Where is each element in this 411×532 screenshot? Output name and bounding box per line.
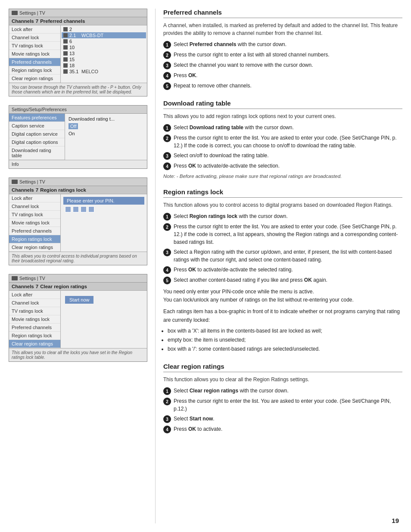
subheader-title-4: Clear region ratings — [40, 284, 87, 289]
channel-icon-7 — [63, 63, 68, 68]
channel-row-5: 13 — [62, 50, 146, 56]
setup-panel-footer: Info — [9, 160, 147, 168]
step-list-clear: 1 Select Clear region ratings with the c… — [163, 387, 402, 433]
section-download-rating: Download rating table This allows you to… — [163, 100, 402, 179]
channel-row-3: 6 — [62, 38, 146, 44]
start-now-button[interactable]: Start now — [65, 296, 93, 304]
pin-dot-3 — [81, 206, 87, 212]
menu-item-channel-lock-1[interactable]: Channel lock — [9, 34, 60, 42]
menu-item-lock-after-1[interactable]: Lock after — [9, 25, 60, 34]
downloaded-rating-panel: Settings/Setup/Preferences Features pref… — [9, 105, 147, 169]
panel-menu-1: Lock after Channel lock TV ratings lock … — [9, 25, 61, 83]
section-clear-region: Clear region ratings This function allow… — [163, 363, 402, 433]
panel-header-title-3: Settings | TV — [19, 179, 45, 184]
menu-item-clear-region-4[interactable]: Clear region ratings — [9, 340, 60, 348]
page-number: 19 — [392, 517, 399, 524]
panel-header-title-4: Settings | TV — [19, 276, 45, 281]
setup-menu-digital-options[interactable]: Digital caption options — [9, 138, 65, 146]
menu-item-movie-ratings-3[interactable]: Movie ratings lock — [9, 219, 60, 227]
menu-item-tv-ratings-3[interactable]: TV ratings lock — [9, 211, 60, 219]
channel-row-2[interactable]: 2.1 WCBS-DT — [62, 32, 146, 38]
step-preferred-3: 3 Select the channel you want to remove … — [163, 61, 402, 69]
panel-body-4: Lock after Channel lock TV ratings lock … — [9, 291, 147, 348]
region-ratings-lock-panel: Settings | TV Channels 7 Region ratings … — [9, 177, 147, 265]
panel-footer-4: This allows you to clear all the locks y… — [9, 348, 147, 361]
menu-item-tv-ratings-1[interactable]: TV ratings lock — [9, 42, 60, 50]
menu-item-movie-ratings-1[interactable]: Movie ratings lock — [9, 50, 60, 58]
setup-menu-downloaded[interactable]: Downloaded rating table — [9, 146, 65, 160]
subheader-num-1: 7 — [36, 19, 38, 24]
step-preferred-2: 2 Press the cursor right to enter a list… — [163, 51, 402, 59]
menu-item-channel-lock-3[interactable]: Channel lock — [9, 202, 60, 211]
setup-panel-header: Settings/Setup/Preferences — [9, 106, 147, 114]
right-column: Preferred channels A channel, when insta… — [155, 9, 402, 523]
step-download-4: 4 Press OK to activate/de-activate the s… — [163, 162, 402, 170]
menu-item-clear-region-1[interactable]: Clear region ratings — [9, 75, 60, 83]
menu-item-channel-lock-4[interactable]: Channel lock — [9, 299, 60, 307]
section-region-lock: Region ratings lock This function allows… — [163, 188, 402, 353]
menu-item-movie-ratings-4[interactable]: Movie ratings lock — [9, 315, 60, 324]
setup-option-row-2: Off — [67, 122, 145, 130]
step-clear-3: 3 Select Start now. — [163, 415, 402, 423]
step-preferred-5: 5 Repeat to remove other channels. — [163, 82, 402, 90]
panel-subheader-3: Channels 7 Region ratings lock — [9, 186, 147, 194]
channel-row-7: 18 — [62, 62, 146, 68]
subheader-channels-label-1: Channels — [12, 19, 34, 24]
setup-panel-menu: Features preferences Caption service Dig… — [9, 114, 65, 160]
menu-item-lock-after-4[interactable]: Lock after — [9, 291, 60, 299]
menu-item-lock-after-3[interactable]: Lock after — [9, 194, 60, 202]
channel-row-8: 35.1 MELCO — [62, 68, 146, 75]
region-lock-bullets: box with a 'X': all items in the content… — [168, 327, 402, 354]
bullet-1: box with a 'X': all items in the content… — [168, 327, 402, 335]
channel-icon-3 — [63, 39, 68, 44]
menu-item-region-lock-1[interactable]: Region ratings lock — [9, 66, 60, 75]
pin-dot-1 — [65, 206, 71, 212]
setup-menu-caption[interactable]: Caption service — [9, 122, 65, 130]
pin-dot-2 — [73, 206, 79, 212]
section-title-preferred: Preferred channels — [163, 9, 402, 18]
step-region-lock-3: 3 Select a Region rating with the cursor… — [163, 248, 402, 264]
subheader-num-3: 7 — [36, 187, 38, 193]
channel-icon-1 — [63, 27, 68, 31]
step-list-download: 1 Select Download rating table with the … — [163, 124, 402, 170]
menu-item-preferred-3[interactable]: Preferred channels — [9, 227, 60, 235]
step-region-lock-4: 4 Press OK to activate/de-activate the s… — [163, 266, 402, 274]
step-clear-1: 1 Select Clear region ratings with the c… — [163, 387, 402, 395]
setup-option-row-3: On — [67, 130, 145, 137]
menu-item-preferred-channels-1[interactable]: Preferred channels — [9, 58, 60, 66]
step-download-1: 1 Select Download rating table with the … — [163, 124, 402, 132]
pin-dots-container — [65, 206, 143, 212]
menu-item-region-lock-3[interactable]: Region ratings lock — [9, 235, 60, 243]
step-clear-4: 4 Press OK to activate. — [163, 425, 402, 433]
panel-header-1: Settings | TV — [9, 9, 147, 17]
tv-icon — [12, 11, 18, 15]
step-clear-2: 2 Press the cursor right to enter the li… — [163, 397, 402, 413]
panel-subheader-1: Channels 7 Preferred channels — [9, 17, 147, 25]
setup-menu-features[interactable]: Features preferences — [9, 114, 65, 122]
channel-icon-6 — [63, 57, 68, 62]
panel-content-4: Start now — [61, 291, 147, 348]
channel-row-1: 2 — [62, 26, 146, 32]
panel-menu-3: Lock after Channel lock TV ratings lock … — [9, 194, 61, 252]
panel-body-3: Lock after Channel lock TV ratings lock … — [9, 194, 147, 252]
region-lock-extra-text2: Each ratings item has a box-graphic in f… — [163, 308, 402, 324]
bullet-3: box with a '/': some content-based ratin… — [168, 345, 402, 353]
menu-item-region-lock-4[interactable]: Region ratings lock — [9, 332, 60, 340]
section-intro-clear: This function allows you to clear all th… — [163, 376, 402, 383]
panel-header-title-1: Settings | TV — [19, 10, 45, 16]
panel-body-1: Lock after Channel lock TV ratings lock … — [9, 25, 147, 83]
step-region-lock-1: 1 Select Region ratings lock with the cu… — [163, 212, 402, 221]
panel-content-3: Please enter your PIN. — [61, 194, 147, 252]
step-preferred-4: 4 Press OK. — [163, 72, 402, 80]
section-title-region-lock: Region ratings lock — [163, 188, 402, 198]
menu-item-tv-ratings-4[interactable]: TV ratings lock — [9, 307, 60, 315]
start-now-container: Start now — [62, 292, 146, 308]
setup-menu-digital-caption[interactable]: Digital caption service — [9, 130, 65, 138]
bullet-2: empty box: the item is unselected; — [168, 336, 402, 344]
clear-region-ratings-panel: Settings | TV Channels 7 Clear region ra… — [9, 274, 147, 362]
menu-item-preferred-4[interactable]: Preferred channels — [9, 324, 60, 332]
preferred-channels-panel: Settings | TV Channels 7 Preferred chann… — [9, 9, 147, 96]
download-note: Note: - Before activating, please make s… — [163, 174, 402, 179]
menu-item-clear-region-3[interactable]: Clear region ratings — [9, 243, 60, 252]
panel-subheader-4: Channels 7 Clear region ratings — [9, 283, 147, 291]
